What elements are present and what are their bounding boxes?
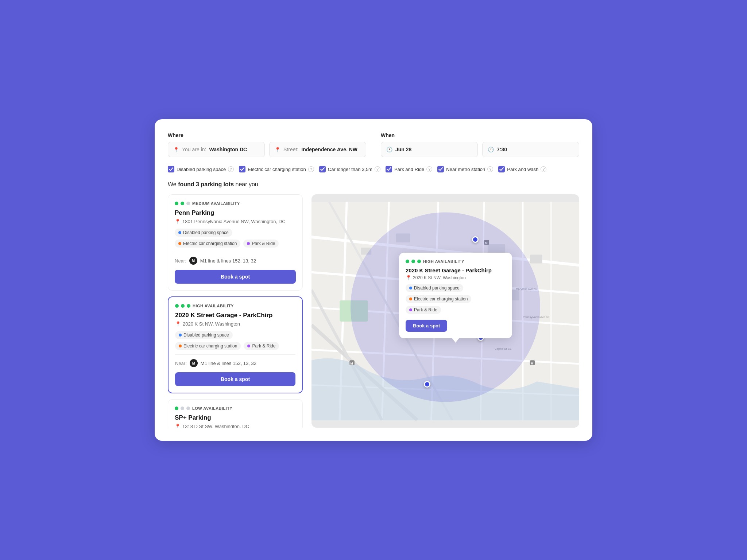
checkbox-disabled[interactable]	[168, 166, 174, 172]
availability-label: MEDIUM AVAILABILITY	[192, 201, 240, 206]
availability-label: LOW AVAILABILITY	[192, 406, 232, 411]
metro-badge: M	[189, 257, 197, 265]
tag-blue: Disabled parking space	[175, 331, 233, 339]
filter-label-carlonger: Car longer than 3,5m	[328, 167, 372, 172]
where-inputs: 📍 You are in: Washington DC 📍 Street: In…	[168, 142, 366, 157]
popup-address: 📍 2020 K St NW, Washington	[406, 275, 506, 280]
popup-book-button[interactable]: Book a spot	[406, 320, 447, 332]
divider	[175, 252, 296, 252]
availability-dot	[186, 407, 190, 410]
date-field[interactable]: 🕐 Jun 28	[381, 142, 478, 157]
listing-address: 📍 2020 K St NW, Washington	[175, 321, 295, 327]
svg-text:Capitol St SE: Capitol St SE	[495, 347, 511, 350]
where-label: Where	[168, 132, 366, 138]
filter-item-electric[interactable]: Electric car charging station ?	[239, 166, 314, 172]
checkbox-near_metro[interactable]	[437, 166, 444, 172]
availability-row: LOW AVAILABILITY	[175, 406, 296, 411]
filter-item-park_wash[interactable]: Park and wash ?	[498, 166, 546, 172]
map-area: M M M Pennsylvania Avenue NW H St NW Mar…	[311, 194, 579, 428]
filters-row: Disabled parking space ? Electric car ch…	[168, 166, 579, 172]
tags-row: Disabled parking space Electric car char…	[175, 229, 296, 248]
svg-text:M: M	[350, 362, 353, 365]
location-field[interactable]: 📍 You are in: Washington DC	[168, 142, 265, 157]
svg-text:M: M	[531, 362, 533, 365]
tags-row: Disabled parking space Electric car char…	[175, 331, 295, 350]
when-label: When	[381, 132, 579, 138]
address-icon: 📍	[175, 219, 181, 224]
popup-location-icon: 📍	[406, 275, 411, 280]
tag-blue: Disabled parking space	[175, 229, 232, 237]
listing-card-spplus[interactable]: LOW AVAILABILITY SP+ Parking 📍 1318 D St…	[168, 399, 303, 428]
popup-tag-dot	[409, 308, 412, 311]
location-icon: 📍	[173, 147, 179, 152]
filter-label-disabled: Disabled parking space	[177, 167, 226, 172]
divider	[175, 354, 295, 355]
main-card: Where 📍 You are in: Washington DC 📍 Stre…	[155, 119, 592, 441]
popup-tag-dot	[409, 287, 412, 289]
popup-availability: HIGH AVAILABILITY	[406, 259, 506, 264]
tag-dot	[178, 242, 181, 245]
help-icon-disabled[interactable]: ?	[228, 166, 234, 172]
filter-item-park_ride[interactable]: Park and Ride ?	[386, 166, 432, 172]
street-field[interactable]: 📍 Street: Independence Ave. NW	[269, 142, 366, 157]
near-row: Near: M M1 line & lines 152, 13, 32	[175, 257, 296, 265]
availability-dot	[187, 304, 190, 308]
tag-purple: Park & Ride	[243, 240, 279, 248]
svg-text:Maryland Ave NE: Maryland Ave NE	[516, 287, 538, 291]
calendar-icon: 🕐	[386, 147, 392, 152]
content-area: MEDIUM AVAILABILITY Penn Parking 📍 1801 …	[168, 194, 579, 428]
book-button-penn[interactable]: Book a spot	[175, 270, 296, 284]
availability-dot	[175, 304, 179, 308]
filter-item-carlonger[interactable]: Car longer than 3,5m ?	[319, 166, 380, 172]
popup-dot	[406, 260, 409, 263]
popup-tag: Park & Ride	[406, 306, 441, 314]
popup-availability-label: HIGH AVAILABILITY	[423, 259, 464, 264]
checkbox-park_ride[interactable]	[386, 166, 392, 172]
when-inputs: 🕐 Jun 28 🕐 7:30	[381, 142, 579, 157]
listing-address: 📍 1318 D St SW, Washington, DC	[175, 424, 296, 428]
book-button-kstreet[interactable]: Book a spot	[175, 372, 295, 386]
time-field[interactable]: 🕐 7:30	[482, 142, 579, 157]
availability-dot	[181, 304, 185, 308]
filter-item-near_metro[interactable]: Near metro station ?	[437, 166, 493, 172]
tag-orange: Electric car charging station	[175, 342, 241, 350]
address-icon: 📍	[175, 321, 181, 327]
availability-row: HIGH AVAILABILITY	[175, 304, 295, 308]
street-value: Independence Ave. NW	[301, 147, 357, 152]
filter-label-park_ride: Park and Ride	[394, 167, 424, 172]
location-label: You are in:	[182, 147, 206, 152]
checkbox-carlonger[interactable]	[319, 166, 326, 172]
listing-card-kstreet[interactable]: HIGH AVAILABILITY 2020 K Street Garage -…	[168, 296, 303, 393]
svg-text:M: M	[485, 241, 487, 245]
popup-dot	[417, 260, 421, 263]
street-icon: 📍	[275, 147, 280, 152]
time-value: 7:30	[497, 147, 507, 152]
when-section: When 🕐 Jun 28 🕐 7:30	[381, 132, 579, 157]
filter-item-disabled[interactable]: Disabled parking space ?	[168, 166, 234, 172]
popup-dot	[411, 260, 415, 263]
listing-name: SP+ Parking	[175, 414, 296, 421]
help-icon-near_metro[interactable]: ?	[487, 166, 493, 172]
help-icon-carlonger[interactable]: ?	[375, 166, 380, 172]
popup-name: 2020 K Street Garage - ParkChirp	[406, 267, 506, 273]
listing-name: 2020 K Street Garage - ParkChirp	[175, 312, 295, 319]
availability-dot	[175, 202, 178, 205]
availability-dot	[181, 202, 184, 205]
availability-row: MEDIUM AVAILABILITY	[175, 201, 296, 206]
popup-tag: Disabled parking space	[406, 284, 463, 292]
svg-rect-15	[340, 300, 368, 322]
popup-tags: Disabled parking space Electric car char…	[406, 284, 506, 314]
checkbox-electric[interactable]	[239, 166, 245, 172]
results-header: We found 3 parking lots near you	[168, 181, 579, 188]
svg-rect-17	[361, 248, 371, 254]
help-icon-park_wash[interactable]: ?	[541, 166, 546, 172]
checkbox-park_wash[interactable]	[498, 166, 505, 172]
tag-orange: Electric car charging station	[175, 240, 240, 248]
tag-dot	[178, 231, 181, 234]
tag-dot	[247, 345, 250, 347]
listing-card-penn[interactable]: MEDIUM AVAILABILITY Penn Parking 📍 1801 …	[168, 194, 303, 291]
help-icon-electric[interactable]: ?	[308, 166, 314, 172]
top-section: Where 📍 You are in: Washington DC 📍 Stre…	[168, 132, 579, 157]
location-value: Washington DC	[209, 147, 247, 152]
help-icon-park_ride[interactable]: ?	[426, 166, 432, 172]
